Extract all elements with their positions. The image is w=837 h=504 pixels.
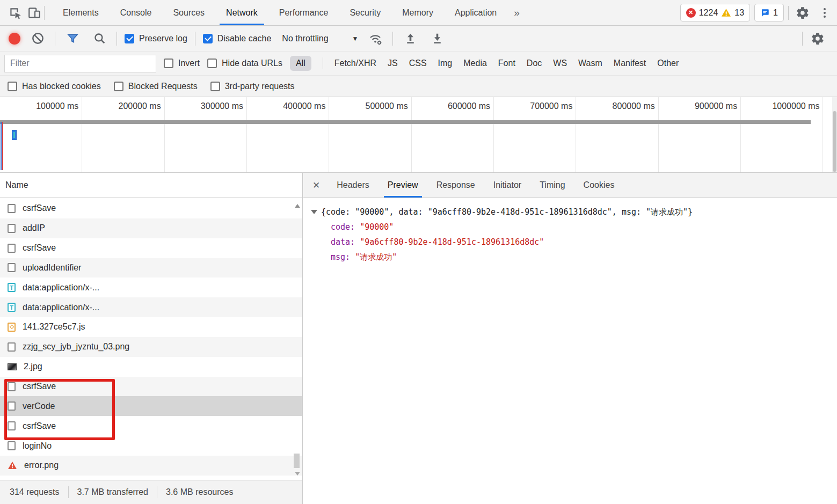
request-details-panel: ✕ HeadersPreviewResponseInitiatorTimingC… (303, 173, 837, 504)
type-chip-css[interactable]: CSS (409, 59, 427, 68)
name-column-header[interactable]: Name (0, 173, 302, 198)
dropdown-caret-icon: ▼ (352, 35, 359, 42)
scroll-up-icon[interactable] (295, 204, 300, 208)
request-row-141-327ce5c7-js[interactable]: 141.327ce5c7.js (0, 317, 302, 337)
request-name: 141.327ce5c7.js (23, 322, 85, 332)
type-chip-wasm[interactable]: Wasm (578, 59, 602, 68)
preserve-log-option: Preserve log (125, 34, 187, 43)
tab-security[interactable]: Security (339, 0, 391, 25)
vertical-scrollbar-thumb[interactable] (833, 111, 836, 172)
type-chip-ws[interactable]: WS (553, 59, 567, 68)
tab-memory[interactable]: Memory (391, 0, 444, 25)
request-row-csrfsave[interactable]: csrfSave (0, 199, 302, 218)
request-row-csrfsave[interactable]: csrfSave (0, 416, 302, 436)
clear-icon[interactable] (28, 29, 47, 48)
type-chip-img[interactable]: Img (438, 59, 453, 68)
preserve-log-checkbox[interactable] (125, 34, 134, 43)
detail-tab-preview[interactable]: Preview (388, 173, 418, 198)
warning-icon (721, 8, 731, 17)
type-chip-manifest[interactable]: Manifest (614, 59, 646, 68)
doc-file-icon (8, 342, 16, 352)
request-name: csrfSave (23, 243, 56, 253)
invert-checkbox[interactable] (164, 59, 173, 68)
tab-network[interactable]: Network (215, 0, 268, 25)
disable-cache-checkbox[interactable] (203, 34, 213, 43)
timeline-overview[interactable]: 100000 ms200000 ms300000 ms400000 ms5000… (0, 97, 837, 173)
inspect-element-icon[interactable] (5, 3, 25, 23)
preview-pane: {code: "90000", data: "9a6cff80-9b2e-418… (303, 198, 837, 265)
3rd-party-requests-checkbox[interactable] (210, 82, 220, 91)
filter-input[interactable] (4, 55, 156, 72)
detail-tab-response[interactable]: Response (436, 173, 475, 198)
import-har-icon[interactable] (401, 29, 420, 48)
tab-application[interactable]: Application (444, 0, 507, 25)
timeline-scrollbar[interactable] (0, 120, 811, 124)
device-toolbar-icon[interactable] (25, 3, 44, 23)
scroll-down-icon[interactable] (295, 472, 300, 476)
request-row-zzjg-scy-jyb-jyzntu-03-png[interactable]: zzjg_scy_jyb_jyzntu_03.png (0, 337, 302, 357)
tab-elements[interactable]: Elements (52, 0, 110, 25)
timeline-tick: 500000 ms (329, 97, 411, 172)
tab-console[interactable]: Console (110, 0, 163, 25)
scrollbar-thumb[interactable] (294, 454, 300, 468)
request-row-data-application-x[interactable]: Tdata:application/x-... (0, 297, 302, 317)
request-row-data-application-x[interactable]: Tdata:application/x-... (0, 277, 302, 297)
detail-tab-timing[interactable]: Timing (540, 173, 565, 198)
record-button[interactable] (9, 33, 20, 45)
detail-tab-initiator[interactable]: Initiator (493, 173, 521, 198)
has-blocked-cookies-label: Has blocked cookies (22, 82, 101, 91)
request-row-error-png[interactable]: error.png (0, 456, 302, 476)
hide-data-urls-checkbox[interactable] (207, 59, 217, 68)
settings-gear-icon[interactable] (793, 3, 812, 23)
request-row-loginno[interactable]: loginNo (0, 436, 302, 456)
tab-performance[interactable]: Performance (268, 0, 339, 25)
request-row-uploadidentifier[interactable]: uploadIdentifier (0, 258, 302, 278)
network-conditions-icon[interactable] (366, 29, 385, 48)
json-property-line: code: "90000" (311, 220, 837, 235)
type-chip-other[interactable]: Other (657, 59, 679, 68)
doc-file-icon (8, 401, 16, 411)
export-har-icon[interactable] (427, 29, 447, 48)
close-icon[interactable]: ✕ (312, 180, 320, 191)
error-count-icon: ✕ (686, 8, 696, 18)
has-blocked-cookies-option: Has blocked cookies (8, 82, 101, 91)
detail-tab-cookies[interactable]: Cookies (584, 173, 615, 198)
type-chip-js[interactable]: JS (388, 59, 398, 68)
throttling-select[interactable]: No throttling ▼ (282, 34, 358, 43)
type-chip-doc[interactable]: Doc (527, 59, 542, 68)
type-chip-media[interactable]: Media (463, 59, 487, 68)
type-chip-all[interactable]: All (290, 56, 311, 71)
list-scrollbar[interactable] (294, 200, 301, 479)
doc-file-icon (8, 224, 16, 233)
more-tabs-icon[interactable]: » (507, 7, 526, 19)
blocked-requests-checkbox[interactable] (114, 82, 123, 91)
request-row-csrfsave[interactable]: csrfSave (0, 238, 302, 258)
timeline-tick: 400000 ms (247, 97, 329, 172)
disclosure-triangle-icon[interactable] (311, 210, 317, 214)
detail-tab-headers[interactable]: Headers (337, 173, 369, 198)
menu-kebab-icon[interactable] (817, 8, 833, 18)
request-name: data:application/x-... (23, 283, 99, 293)
disable-cache-label: Disable cache (217, 34, 272, 43)
network-settings-gear-icon[interactable] (808, 29, 827, 48)
json-value: "9a6cff80-9b2e-418d-951c-18961316d8dc" (360, 237, 544, 247)
search-icon[interactable] (90, 29, 109, 48)
json-key: data: (331, 237, 355, 247)
doc-file-icon (8, 263, 16, 272)
type-chip-font[interactable]: Font (498, 59, 515, 68)
messages-badge[interactable]: 1 (754, 4, 784, 21)
message-icon (760, 8, 770, 18)
3rd-party-requests-label: 3rd-party requests (225, 82, 295, 91)
has-blocked-cookies-checkbox[interactable] (8, 82, 17, 91)
filter-funnel-icon[interactable] (63, 29, 82, 48)
request-row-csrfsave[interactable]: csrfSave (0, 377, 302, 397)
request-name: verCode (23, 401, 55, 411)
type-chip-fetch-xhr[interactable]: Fetch/XHR (334, 59, 376, 68)
request-row-addip[interactable]: addIP (0, 218, 302, 238)
timeline-tick: 200000 ms (82, 97, 164, 172)
tab-sources[interactable]: Sources (162, 0, 215, 25)
request-row-2-jpg[interactable]: 2.jpg (0, 357, 302, 377)
request-row-vercode[interactable]: verCode (0, 396, 302, 416)
request-name: error.png (24, 461, 59, 470)
issues-badge[interactable]: ✕ 1224 13 (680, 4, 750, 21)
